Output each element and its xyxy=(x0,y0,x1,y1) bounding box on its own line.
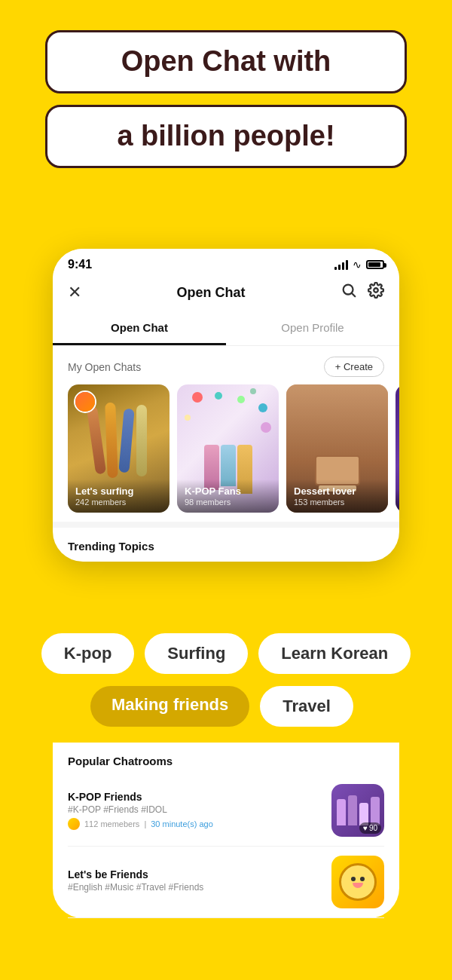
chat-card-4[interactable]: E xyxy=(396,384,399,513)
wifi-icon: ∿ xyxy=(353,259,362,271)
hero-line1: Open Chat with xyxy=(70,46,382,78)
chatroom-name-friends: Let's be Friends xyxy=(68,868,321,880)
status-bar: 9:41 ∿ xyxy=(53,249,399,276)
chatroom-tags-kpop: #K-POP #Friends #IDOL xyxy=(68,804,321,815)
pill-travel[interactable]: Travel xyxy=(260,686,353,727)
status-icons: ∿ xyxy=(334,259,384,271)
create-button[interactable]: + Create xyxy=(324,357,384,377)
chatroom-avatar-kpop xyxy=(68,818,80,830)
chat-card-title-dessert: Dessert lover xyxy=(294,485,380,497)
phone-mockup: 9:41 ∿ ✕ Open Chat xyxy=(53,249,399,562)
chat-card-surfing[interactable]: Let's surfing 242 members xyxy=(68,384,170,513)
header-title: Open Chat xyxy=(176,285,245,301)
hero-bubble-2: a billion people! xyxy=(45,105,407,168)
chat-card-overlay-surfing: Let's surfing 242 members xyxy=(68,479,170,513)
chat-card-title-kpop: K-POP Fans xyxy=(185,485,271,497)
my-open-chats-label: My Open Chats xyxy=(68,361,141,373)
svg-line-1 xyxy=(352,293,355,296)
app-header: ✕ Open Chat xyxy=(53,276,399,312)
hero-line2: a billion people! xyxy=(70,121,382,152)
heart-badge-kpop: ♥ 90 xyxy=(359,822,381,834)
signal-icon xyxy=(334,259,348,270)
popular-title: Popular Chatrooms xyxy=(68,743,384,775)
pill-learn-korean[interactable]: Learn Korean xyxy=(258,633,411,674)
hero-section: Open Chat with a billion people! xyxy=(0,0,452,183)
pill-kpop[interactable]: K-pop xyxy=(41,633,135,674)
tab-open-profile[interactable]: Open Profile xyxy=(226,312,399,345)
pill-making-friends[interactable]: Making friends xyxy=(90,686,249,727)
svg-point-2 xyxy=(374,288,378,292)
hero-bubble-1: Open Chat with xyxy=(45,30,407,93)
settings-icon[interactable] xyxy=(368,282,384,303)
trending-title: Trending Topics xyxy=(68,540,384,553)
chat-card-members-surfing: 242 members xyxy=(75,498,162,507)
chatroom-info-friends: Let's be Friends #English #Music #Travel… xyxy=(68,868,321,896)
chat-card-title-surfing: Let's surfing xyxy=(75,485,162,497)
chat-cards-list: Let's surfing 242 members xyxy=(68,384,399,513)
chatroom-thumb-kpop: ♥ 90 xyxy=(331,784,384,837)
topic-pills-row1: K-pop Surfing Learn Korean xyxy=(0,633,452,674)
chat-card-overlay-kpop: K-POP Fans 98 members xyxy=(177,479,279,513)
chat-card-members-kpop: 98 members xyxy=(185,498,271,507)
chatroom-meta-kpop: 112 memebers | 30 minute(s) ago xyxy=(68,818,321,830)
chat-cards-wrapper: Let's surfing 242 members xyxy=(53,384,399,522)
popular-section: Popular Chatrooms K-POP Friends #K-POP #… xyxy=(53,743,399,918)
chat-card-dessert[interactable]: Dessert lover 153 members xyxy=(286,384,388,513)
tab-open-chat[interactable]: Open Chat xyxy=(53,312,226,345)
chat-card-members-dessert: 153 members xyxy=(294,498,380,507)
my-open-chats-header: My Open Chats + Create xyxy=(53,346,399,384)
search-icon[interactable] xyxy=(341,282,357,303)
chat-card-overlay-dessert: Dessert lover 153 members xyxy=(286,479,388,513)
chatroom-members-kpop: 112 memebers xyxy=(84,819,139,828)
battery-icon xyxy=(366,260,384,269)
tabs-bar: Open Chat Open Profile xyxy=(53,312,399,346)
chatroom-thumb-friends xyxy=(331,856,384,908)
chatroom-name-kpop: K-POP Friends xyxy=(68,791,321,803)
chatroom-info-kpop: K-POP Friends #K-POP #Friends #IDOL 112 … xyxy=(68,791,321,830)
chat-card-kpop[interactable]: K-POP Fans 98 members xyxy=(177,384,279,513)
topic-pills-row2: Making friends Travel xyxy=(90,686,353,727)
chatroom-tags-friends: #English #Music #Travel #Friends xyxy=(68,882,321,893)
trending-section: Trending Topics xyxy=(53,522,399,562)
chatroom-item-friends[interactable]: Let's be Friends #English #Music #Travel… xyxy=(68,847,384,918)
status-time: 9:41 xyxy=(68,258,92,271)
pill-surfing[interactable]: Surfing xyxy=(145,633,248,674)
chatroom-time-kpop: 30 minute(s) ago xyxy=(151,819,213,828)
chat-card-overlay-4: E xyxy=(396,489,399,513)
chatroom-item-kpop[interactable]: K-POP Friends #K-POP #Friends #IDOL 112 … xyxy=(68,775,384,847)
header-icons-right xyxy=(341,282,384,303)
close-icon[interactable]: ✕ xyxy=(68,283,81,302)
